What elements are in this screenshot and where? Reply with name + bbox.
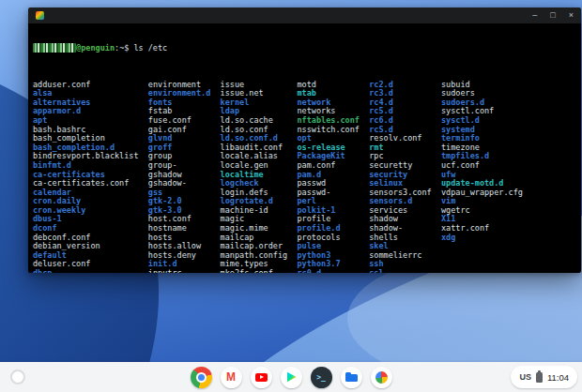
battery-icon xyxy=(536,372,543,383)
ls-column: environmentenvironment.dfontsfstabfuse.c… xyxy=(148,81,221,273)
file-entry-ssl: ssl xyxy=(369,269,441,273)
file-entry-mke2fs.conf: mke2fs.conf xyxy=(221,269,298,273)
app-icon-terminal[interactable] xyxy=(311,367,332,388)
ls-output: adduser.confalsaalternativesapparmor.dap… xyxy=(33,81,581,273)
prompt-host: @penguin xyxy=(76,43,115,53)
terminal-app-window-icon xyxy=(36,11,44,20)
file-entry-xdg: xdg xyxy=(441,234,528,243)
maximize-icon[interactable]: □ xyxy=(550,11,555,20)
app-icon-play-store[interactable] xyxy=(281,367,302,388)
ls-column: rc2.drc3.drc4.drc5.drc6.drcS.dresolv.con… xyxy=(369,81,441,273)
minimize-icon[interactable]: – xyxy=(532,11,537,20)
window-titlebar[interactable]: – □ × xyxy=(28,8,581,23)
file-entry-apparmor.d: apparmor.d xyxy=(33,107,148,116)
shelf: US 11:04 xyxy=(0,362,582,392)
app-icon-files[interactable] xyxy=(341,367,362,388)
app-icon-gmail[interactable] xyxy=(221,367,242,388)
command-text: ls /etc xyxy=(129,43,167,53)
window-controls: – □ × xyxy=(532,11,574,20)
file-entry-dhcp: dhcp xyxy=(33,269,148,273)
ls-column: subuidsudoerssudoers.dsysctl.confsysctl.… xyxy=(441,81,528,273)
shelf-apps xyxy=(191,367,392,388)
launcher-button[interactable] xyxy=(10,369,25,384)
ls-column: motdmtabnetworknetworksnftables.confnssw… xyxy=(297,81,369,273)
terminal-content[interactable]: █████████@penguin:~$ls /etc adduser.conf… xyxy=(28,23,581,273)
clock: 11:04 xyxy=(547,372,569,383)
ls-column: adduser.confalsaalternativesapparmor.dap… xyxy=(33,81,148,273)
prompt-username-redacted: █████████ xyxy=(33,43,76,53)
close-icon[interactable]: × xyxy=(569,11,574,20)
command-line: █████████@penguin:~$ls /etc xyxy=(33,44,581,53)
status-tray[interactable]: US 11:04 xyxy=(511,366,577,388)
terminal-window: – □ × █████████@penguin:~$ls /etc adduse… xyxy=(28,8,581,273)
file-entry-inputrc: inputrc xyxy=(148,269,221,273)
keyboard-layout-indicator: US xyxy=(519,372,531,382)
app-icon-photos[interactable] xyxy=(371,367,392,388)
prompt-suffix: :~$ xyxy=(115,43,129,53)
file-entry-rc0.d: rc0.d xyxy=(297,269,369,273)
app-icon-chrome[interactable] xyxy=(191,367,212,388)
ls-column: issueissue.netkernelldapld.so.cacheld.so… xyxy=(221,81,298,273)
app-icon-youtube[interactable] xyxy=(251,367,272,388)
